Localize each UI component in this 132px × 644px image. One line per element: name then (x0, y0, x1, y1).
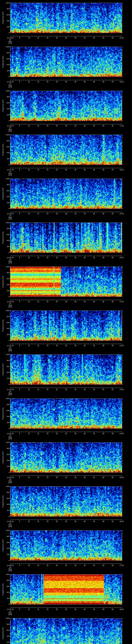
x-tick-label: 35 (74, 565, 76, 566)
x-tick-label: 50 (102, 608, 104, 610)
x-tick-label: 50 (102, 565, 104, 566)
x-tick-label: 10 (28, 608, 30, 610)
x-tick-label: 55 (112, 169, 114, 171)
x-tick-label: 55 (112, 213, 114, 214)
y-tick-label: 1000 (4, 398, 10, 400)
x-tick-label: 10 (28, 257, 30, 258)
x-tick-label: 30 (65, 608, 67, 610)
x-tick-label: 35 (74, 389, 76, 390)
x-tick-label: 35 (74, 301, 76, 302)
spectrogram-panel-10:17:00: Frequency (Hz)10008006004002000510152025… (0, 132, 132, 176)
y-tick-label: 0 (4, 472, 10, 473)
x-tick-label: 20 (46, 520, 48, 522)
date-line: 2015 (8, 482, 12, 484)
y-tick-label: 200 (4, 554, 10, 555)
y-tick-label: 600 (4, 322, 10, 324)
date-line: 2015 (8, 86, 12, 88)
y-tick-label: 200 (4, 598, 10, 599)
y-axis-title: Frequency (Hz) (2, 100, 4, 112)
y-tick-label: 1000 (4, 530, 10, 531)
end-time-label: 23:00 (120, 389, 124, 390)
y-tick-label: 400 (4, 20, 10, 22)
x-tick-label: 30 (65, 477, 67, 478)
x-tick-label: 45 (93, 389, 95, 390)
spectrogram-panel-10:23:00: Frequency (Hz)10008006004002000510152025… (0, 396, 132, 440)
x-tick-label: 40 (84, 477, 86, 478)
y-tick-label: 600 (4, 410, 10, 412)
y-tick-label: 400 (4, 416, 10, 417)
date-line: 2015 (8, 130, 12, 132)
x-tick-label: 15 (37, 301, 39, 302)
y-tick-label: 800 (4, 580, 10, 581)
y-tick-label: 600 (4, 146, 10, 148)
y-tick-label: 400 (4, 635, 10, 637)
x-tick-label: 35 (74, 169, 76, 171)
spectrogram-panel-10:20:00: Frequency (Hz)10008006004002000510152025… (0, 264, 132, 308)
x-tick-label: 30 (65, 301, 67, 302)
x-tick-label: 50 (102, 257, 104, 258)
end-time-label: 24:00 (120, 433, 124, 434)
y-tick-label: 200 (4, 70, 10, 72)
x-tick-label: 15 (37, 477, 39, 478)
y-tick-label: 400 (4, 240, 10, 241)
y-tick-label: 1000 (4, 90, 10, 92)
x-tick-label: 20 (46, 213, 48, 214)
x-tick-label: 25 (56, 565, 58, 566)
end-time-label: 22:00 (120, 345, 124, 346)
y-axis-title: Frequency (Hz) (2, 627, 4, 639)
x-tick-label: 50 (102, 81, 104, 83)
y-tick-label: 800 (4, 52, 10, 54)
y-tick-label: 1000 (4, 266, 10, 268)
x-tick-label: 25 (56, 301, 58, 302)
y-tick-label: 800 (4, 228, 10, 230)
y-axis-title: Frequency (Hz) (2, 232, 4, 244)
start-time-label: 10:21:00 (7, 345, 14, 346)
y-tick-label: 1000 (4, 310, 10, 312)
spectrogram-panel-10:26:00: Frequency (Hz)10008006004002000510152025… (0, 528, 132, 572)
end-time-label: 15:00 (120, 37, 124, 39)
x-tick-label: 35 (74, 213, 76, 214)
x-tick-label: 20 (46, 433, 48, 434)
date-line: 2015 (8, 526, 12, 528)
x-tick-label: 25 (56, 257, 58, 258)
end-time-label: 27:00 (120, 565, 124, 566)
y-tick-label: 0 (4, 428, 10, 429)
end-time-label: 20:00 (120, 257, 124, 258)
x-tick-label: 15 (37, 213, 39, 214)
x-tick-label: 50 (102, 125, 104, 127)
x-tick-label: 45 (93, 125, 95, 127)
x-tick-label: 20 (46, 477, 48, 478)
y-tick-label: 600 (4, 454, 10, 455)
y-axis-title: Frequency (Hz) (2, 144, 4, 156)
x-tick-label: 20 (46, 301, 48, 302)
y-axis-title: Frequency (Hz) (2, 583, 4, 596)
y-axis-title: Frequency (Hz) (2, 408, 4, 420)
x-tick-label: 40 (84, 301, 86, 302)
y-tick-label: 0 (4, 76, 10, 78)
x-tick-label: 55 (112, 345, 114, 346)
start-time-label: 10:14:00 (7, 37, 14, 39)
spectrogram-panel-10:22:00: Frequency (Hz)10008006004002000510152025… (0, 352, 132, 396)
y-tick-label: 600 (4, 542, 10, 543)
y-tick-label: 1000 (4, 354, 10, 355)
x-tick-label: 40 (84, 608, 86, 610)
end-time-label: 16:00 (120, 81, 124, 83)
x-tick-label: 35 (74, 257, 76, 258)
end-time-label: 28:00 (120, 608, 124, 610)
x-tick-label: 35 (74, 37, 76, 39)
x-tick-label: 40 (84, 81, 86, 83)
x-tick-label: 30 (65, 257, 67, 258)
x-tick-label: 50 (102, 345, 104, 346)
y-tick-label: 200 (4, 202, 10, 204)
x-tick-label: 55 (112, 565, 114, 566)
y-tick-label: 200 (4, 158, 10, 160)
y-tick-label: 600 (4, 190, 10, 192)
start-time-label: 10:24:00 (7, 477, 14, 478)
x-tick-label: 25 (56, 389, 58, 390)
end-time-label: 18:00 (120, 169, 124, 171)
x-tick-label: 15 (37, 389, 39, 390)
x-tick-label: 20 (46, 608, 48, 610)
x-tick-label: 35 (74, 520, 76, 522)
x-tick-label: 40 (84, 169, 86, 171)
end-time-label: 26:00 (120, 520, 124, 522)
